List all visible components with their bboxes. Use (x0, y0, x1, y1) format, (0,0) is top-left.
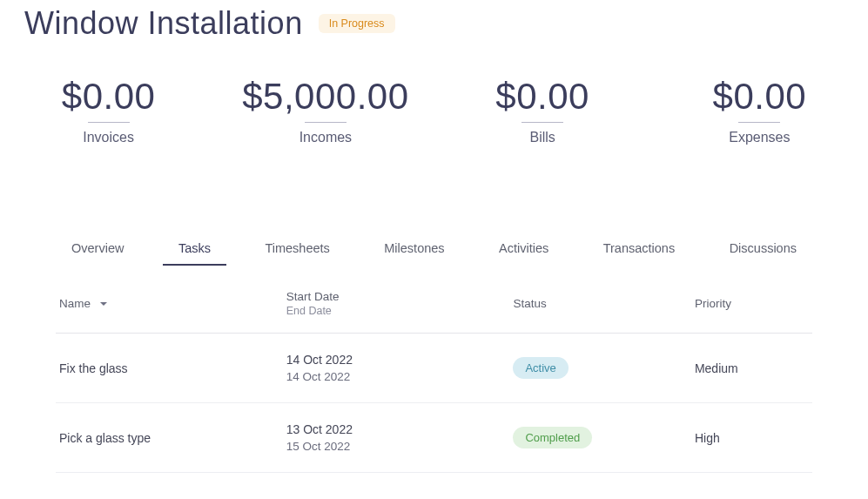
column-header-name[interactable]: Name (56, 266, 283, 334)
column-header-label: Priority (695, 297, 731, 310)
tabs-bar: Overview Tasks Timesheets Milestones Act… (0, 145, 868, 266)
project-status-badge: In Progress (319, 14, 395, 33)
table-row[interactable]: Pick a glass type 13 Oct 2022 15 Oct 202… (56, 403, 812, 473)
column-header-priority[interactable]: Priority (691, 266, 812, 334)
column-header-dates[interactable]: Start Date End Date (283, 266, 510, 334)
sort-caret-down-icon (99, 296, 108, 309)
metric-underline (521, 122, 563, 123)
page-header: Window Installation In Progress (0, 0, 868, 42)
metric-label: Expenses (651, 130, 868, 145)
metric-underline (88, 122, 130, 123)
metric-value: $0.00 (0, 77, 217, 117)
tab-activities[interactable]: Activities (483, 241, 564, 266)
tab-milestones[interactable]: Milestones (368, 241, 460, 266)
tab-timesheets[interactable]: Timesheets (249, 241, 345, 266)
task-dates-cell: 14 Oct 2022 14 Oct 2022 (283, 334, 510, 403)
tab-tasks[interactable]: Tasks (163, 241, 226, 266)
column-header-end-date: End Date (286, 305, 503, 317)
task-end-date: 15 Oct 2022 (286, 440, 503, 453)
task-status-cell: Active (509, 334, 691, 403)
metric-value: $0.00 (434, 77, 651, 117)
page-title: Window Installation (24, 5, 303, 42)
table-row[interactable]: Fix the glass 14 Oct 2022 14 Oct 2022 Ac… (56, 334, 812, 403)
tasks-table-wrap: Name Start Date End Date Status Priority (0, 266, 868, 473)
status-badge: Completed (513, 427, 592, 448)
metric-invoices[interactable]: $0.00 Invoices (0, 77, 217, 145)
metric-value: $5,000.00 (217, 77, 434, 117)
column-header-status[interactable]: Status (509, 266, 691, 334)
column-header-label: Name (59, 297, 91, 310)
metric-bills[interactable]: $0.00 Bills (434, 77, 651, 145)
metric-label: Bills (434, 130, 651, 145)
task-status-cell: Completed (509, 403, 691, 473)
metric-label: Incomes (217, 130, 434, 145)
tasks-table: Name Start Date End Date Status Priority (56, 266, 812, 473)
column-header-start-date: Start Date (286, 290, 340, 303)
metric-value: $0.00 (651, 77, 868, 117)
tab-overview[interactable]: Overview (56, 241, 139, 266)
metric-underline (305, 122, 347, 123)
metrics-row: $0.00 Invoices $5,000.00 Incomes $0.00 B… (0, 42, 868, 145)
task-start-date: 13 Oct 2022 (286, 422, 353, 436)
metric-incomes[interactable]: $5,000.00 Incomes (217, 77, 434, 145)
metric-expenses[interactable]: $0.00 Expenses (651, 77, 868, 145)
task-name-cell: Fix the glass (56, 334, 283, 403)
metric-label: Invoices (0, 130, 217, 145)
task-priority-cell: High (691, 403, 812, 473)
task-dates-cell: 13 Oct 2022 15 Oct 2022 (283, 403, 510, 473)
metric-underline (738, 122, 780, 123)
column-header-label: Status (513, 297, 546, 310)
task-end-date: 14 Oct 2022 (286, 370, 503, 383)
task-priority-cell: Medium (691, 334, 812, 403)
tab-discussions[interactable]: Discussions (714, 241, 812, 266)
tab-transactions[interactable]: Transactions (588, 241, 690, 266)
status-badge: Active (513, 357, 568, 379)
task-start-date: 14 Oct 2022 (286, 353, 353, 367)
task-name-cell: Pick a glass type (56, 403, 283, 473)
